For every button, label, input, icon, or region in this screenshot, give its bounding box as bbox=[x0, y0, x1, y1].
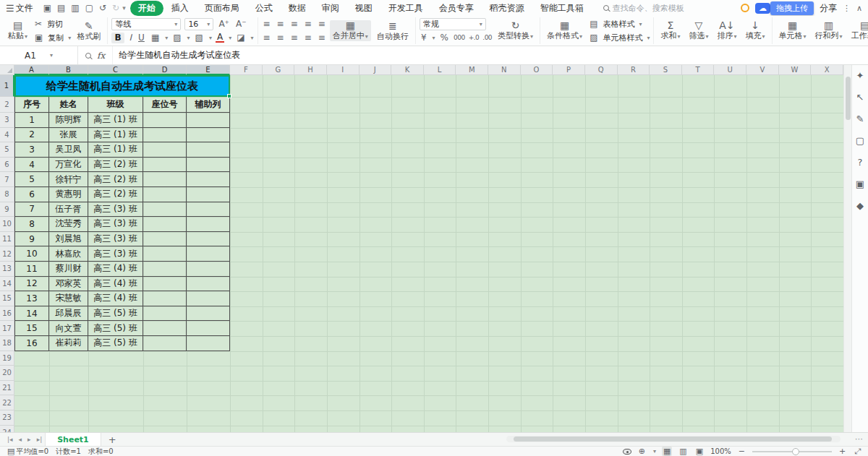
grid-cell[interactable] bbox=[143, 202, 187, 218]
cell-style-button[interactable]: ▨ 单元格样式▾ bbox=[588, 32, 650, 44]
grid-cell[interactable]: 2 bbox=[14, 128, 49, 143]
menu-tab-7[interactable]: 开发工具 bbox=[380, 1, 431, 16]
page-break-view-icon[interactable]: ▣ bbox=[694, 447, 705, 456]
table-header-cell[interactable]: 班级 bbox=[88, 97, 143, 113]
export-icon[interactable]: ▤ bbox=[57, 3, 65, 13]
grid-cell[interactable]: 12 bbox=[14, 277, 49, 292]
grid-cell[interactable]: 高三 (1) 班 bbox=[88, 128, 143, 143]
column-header-F[interactable]: F bbox=[230, 65, 263, 75]
grid-cell[interactable]: 6 bbox=[14, 187, 49, 202]
grid-cell[interactable]: 11 bbox=[14, 262, 49, 277]
column-header-X[interactable]: X bbox=[811, 65, 843, 75]
column-header-B[interactable]: B bbox=[49, 65, 88, 75]
decrease-indent-icon[interactable]: ≡ bbox=[303, 19, 313, 30]
name-box[interactable]: A1 ▾ bbox=[0, 46, 78, 64]
file-menu[interactable]: 文件 bbox=[16, 2, 33, 14]
grid-cell[interactable] bbox=[187, 262, 230, 277]
grid-cell[interactable]: 高三 (2) 班 bbox=[88, 158, 143, 173]
grid-cell[interactable]: 15 bbox=[14, 321, 49, 336]
grid-cell[interactable]: 3 bbox=[14, 142, 49, 158]
zoom-out-icon[interactable]: − bbox=[737, 447, 746, 456]
shield-icon[interactable]: ◆ bbox=[856, 201, 864, 211]
vertical-scrollbar-thumb[interactable] bbox=[846, 77, 851, 120]
sheet-tab-sheet1[interactable]: Sheet1 bbox=[45, 433, 101, 446]
grid-cell[interactable]: 黄惠明 bbox=[49, 187, 88, 202]
column-header-J[interactable]: J bbox=[359, 65, 392, 75]
conditional-format-button[interactable]: ▦ 条件格式▾ bbox=[544, 20, 585, 41]
font-size-select[interactable]: 16▾ bbox=[184, 18, 213, 30]
menu-tab-4[interactable]: 数据 bbox=[281, 1, 314, 16]
grid-cell[interactable]: 高三 (4) 班 bbox=[88, 262, 143, 277]
grid-cell[interactable] bbox=[143, 158, 187, 173]
grid-cell[interactable] bbox=[143, 187, 187, 202]
zoom-in-icon[interactable]: + bbox=[838, 447, 847, 456]
command-search[interactable]: 查找命令、搜索模板 bbox=[603, 3, 684, 14]
grid-cell[interactable]: 高三 (1) 班 bbox=[88, 113, 143, 128]
align-top-icon[interactable]: ≡ bbox=[262, 19, 272, 30]
grid-cell[interactable] bbox=[187, 113, 230, 128]
grid-cell[interactable] bbox=[143, 277, 187, 292]
type-convert-button[interactable]: ↻ 类型转换▾ bbox=[495, 20, 536, 41]
filter-button[interactable]: ▽ 筛选▾ bbox=[686, 20, 712, 41]
grid-cell[interactable]: 向文萱 bbox=[49, 321, 88, 336]
title-cell[interactable]: 给学生随机自动生成考试座位表 bbox=[14, 75, 230, 97]
status-clipboard-icon[interactable]: ▤ bbox=[6, 447, 16, 456]
column-header-U[interactable]: U bbox=[714, 65, 746, 75]
column-header-R[interactable]: R bbox=[618, 65, 650, 75]
grid-cell[interactable]: 高三 (3) 班 bbox=[88, 246, 143, 262]
quickbar-more-icon[interactable]: ▾ bbox=[122, 4, 126, 12]
first-sheet-icon[interactable]: |◂ bbox=[7, 436, 13, 443]
zoom-level[interactable]: 100% bbox=[710, 447, 731, 455]
grid-cell[interactable]: 13 bbox=[14, 291, 49, 306]
help-icon[interactable]: ? bbox=[858, 158, 863, 168]
grid-cell[interactable] bbox=[187, 158, 230, 173]
column-header-G[interactable]: G bbox=[263, 65, 295, 75]
column-header-A[interactable]: A bbox=[14, 65, 49, 75]
grid-cell[interactable]: 宋慧敏 bbox=[49, 291, 88, 306]
highlight-color-icon[interactable]: ▧ bbox=[194, 33, 205, 43]
grid-cell[interactable] bbox=[143, 217, 187, 232]
grid-cell[interactable] bbox=[187, 187, 230, 202]
spreadsheet-grid[interactable]: ABCDEFGHIJKLMNOPQRSTUVWX1234567891011121… bbox=[0, 65, 843, 432]
vertical-scrollbar[interactable] bbox=[843, 65, 851, 432]
grid-cell[interactable] bbox=[143, 232, 187, 247]
grid-cell[interactable] bbox=[143, 321, 187, 336]
column-header-V[interactable]: V bbox=[746, 65, 779, 75]
select-all-corner[interactable] bbox=[0, 65, 14, 75]
sum-button[interactable]: Σ 求和▾ bbox=[658, 20, 683, 41]
grid-cell[interactable] bbox=[187, 217, 230, 232]
column-header-S[interactable]: S bbox=[650, 65, 682, 75]
templates-icon[interactable]: ✦ bbox=[856, 71, 864, 81]
grid-cell[interactable] bbox=[187, 306, 230, 322]
worksheet-button[interactable]: ▤ 工作表▾ bbox=[848, 20, 868, 41]
increase-indent-icon[interactable]: ≡ bbox=[317, 19, 327, 30]
table-header-cell[interactable]: 座位号 bbox=[143, 97, 187, 113]
column-header-P[interactable]: P bbox=[553, 65, 585, 75]
grid-cell[interactable]: 高三 (3) 班 bbox=[88, 232, 143, 247]
align-bottom-icon[interactable]: ≡ bbox=[289, 19, 299, 30]
merge-center-button[interactable]: ▦ 合并居中▾ bbox=[330, 20, 371, 41]
row-header-14[interactable]: 14 bbox=[0, 277, 14, 292]
save-icon[interactable]: ▣ bbox=[43, 3, 51, 13]
italic-button[interactable]: I bbox=[128, 33, 134, 43]
selection-fill-handle[interactable] bbox=[227, 94, 231, 98]
grid-cell[interactable]: 刘晨旭 bbox=[49, 232, 88, 247]
row-header-16[interactable]: 16 bbox=[0, 306, 14, 322]
column-header-I[interactable]: I bbox=[327, 65, 359, 75]
grid-cell[interactable]: 高三 (2) 班 bbox=[88, 187, 143, 202]
column-header-M[interactable]: M bbox=[456, 65, 488, 75]
row-header-11[interactable]: 11 bbox=[0, 232, 14, 247]
column-header-W[interactable]: W bbox=[779, 65, 812, 75]
grid-cell[interactable] bbox=[143, 336, 187, 351]
row-header-2[interactable]: 2 bbox=[0, 97, 14, 113]
last-sheet-icon[interactable]: ▸| bbox=[37, 436, 43, 443]
sheetbar-more-icon[interactable]: ⋯ bbox=[855, 434, 864, 444]
grid-cell[interactable]: 高三 (5) 班 bbox=[88, 306, 143, 322]
column-header-H[interactable]: H bbox=[294, 65, 327, 75]
grid-cell[interactable]: 高三 (5) 班 bbox=[88, 321, 143, 336]
menu-tab-10[interactable]: 智能工具箱 bbox=[532, 1, 592, 16]
grid-cell[interactable]: 8 bbox=[14, 217, 49, 232]
grid-cell[interactable]: 吴卫凤 bbox=[49, 142, 88, 158]
grid-cell[interactable] bbox=[143, 172, 187, 187]
table-header-cell[interactable]: 序号 bbox=[14, 97, 49, 113]
